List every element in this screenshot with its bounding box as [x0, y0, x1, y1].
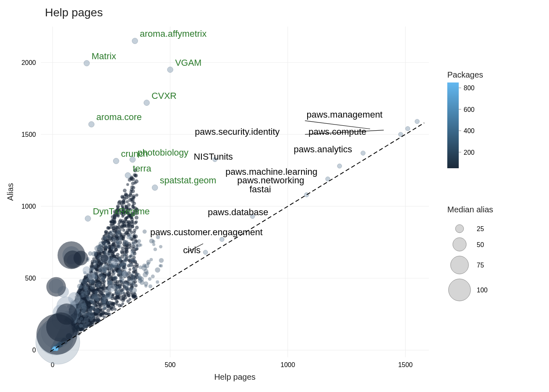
svg-point-3529	[46, 277, 66, 296]
svg-point-3396	[159, 245, 162, 248]
annotation-label: civis	[183, 245, 201, 255]
svg-text:Packages: Packages	[447, 70, 483, 79]
svg-point-3611	[203, 250, 208, 254]
svg-point-3165	[114, 302, 117, 305]
svg-point-1683	[131, 225, 134, 228]
svg-point-3064	[125, 216, 128, 219]
svg-point-3451	[84, 286, 89, 290]
svg-point-2031	[126, 200, 129, 203]
svg-point-3446	[102, 268, 107, 273]
svg-point-3303	[123, 254, 127, 257]
svg-point-3360	[100, 277, 105, 282]
svg-point-1712	[126, 183, 129, 186]
svg-point-3590	[54, 349, 56, 351]
svg-point-3599	[152, 185, 158, 190]
svg-point-3473	[136, 243, 141, 247]
svg-point-3332	[98, 272, 103, 276]
svg-point-3464	[88, 251, 92, 256]
svg-point-1087	[135, 194, 138, 197]
svg-point-3292	[148, 284, 152, 288]
legend-color-tick: 200	[464, 149, 475, 156]
svg-point-3410	[94, 290, 98, 294]
svg-point-3601	[415, 119, 420, 124]
svg-point-3479	[138, 278, 143, 283]
svg-point-3351	[145, 271, 149, 275]
svg-point-3349	[158, 264, 161, 267]
svg-point-3477	[102, 299, 106, 304]
svg-point-3608	[304, 193, 309, 197]
svg-point-3610	[220, 237, 224, 242]
svg-point-3175	[97, 261, 101, 265]
svg-point-3439	[154, 247, 157, 251]
svg-point-2103	[114, 308, 116, 311]
svg-point-3405	[103, 236, 107, 239]
svg-point-3528	[74, 251, 88, 265]
svg-point-3379	[148, 277, 152, 281]
svg-point-2729	[108, 227, 111, 229]
svg-point-3488	[94, 295, 100, 301]
svg-point-2669	[127, 194, 130, 198]
legend-size-item: 75	[477, 262, 484, 269]
y-tick: 2000	[21, 59, 36, 66]
svg-point-2919	[135, 263, 139, 267]
svg-point-3625	[449, 279, 471, 301]
svg-point-3469	[98, 269, 101, 272]
svg-point-3411	[128, 263, 133, 267]
svg-point-3412	[151, 274, 154, 278]
svg-point-3376	[103, 306, 106, 310]
svg-point-2178	[128, 227, 132, 231]
svg-point-3213	[123, 240, 129, 245]
legend-color-tick: 400	[464, 127, 475, 134]
svg-point-3449	[88, 308, 93, 313]
svg-point-3597	[113, 158, 119, 164]
annotation-label: paws.management	[307, 109, 383, 120]
svg-point-3506	[111, 258, 118, 265]
svg-point-1111	[133, 229, 136, 232]
svg-point-3491	[117, 270, 121, 274]
svg-point-3392	[111, 246, 115, 250]
legend-color: Packages200400600800	[447, 70, 483, 168]
annotation-label: paws.database	[208, 207, 268, 217]
svg-point-3394	[116, 244, 122, 249]
annotation-label: CVXR	[152, 91, 176, 101]
svg-point-3474	[86, 322, 89, 325]
svg-point-3414	[118, 237, 122, 241]
svg-point-3429	[105, 290, 109, 294]
svg-point-2924	[124, 194, 127, 196]
svg-point-3512	[108, 285, 115, 292]
svg-point-3400	[80, 294, 84, 298]
svg-point-3440	[130, 252, 135, 256]
y-axis-label: Alias	[6, 183, 15, 200]
y-tick: 0	[32, 347, 36, 354]
annotation-label: spatstat.geom	[160, 175, 216, 185]
svg-point-2973	[121, 196, 124, 199]
svg-point-3594	[144, 100, 150, 106]
svg-point-2406	[123, 189, 127, 192]
annotation-label: terra	[133, 163, 152, 174]
svg-point-1225	[126, 299, 129, 303]
svg-point-2496	[122, 224, 126, 227]
svg-point-3069	[134, 221, 137, 225]
svg-point-3128	[121, 251, 124, 255]
annotation-label: paws.customer.engagement	[150, 227, 263, 237]
svg-point-3143	[112, 224, 115, 227]
svg-point-3240	[107, 301, 110, 305]
svg-point-2743	[105, 312, 108, 316]
svg-point-2020	[131, 182, 135, 185]
svg-point-640	[129, 268, 132, 271]
svg-point-3458	[128, 287, 133, 292]
svg-point-3034	[120, 203, 123, 206]
svg-point-3323	[126, 235, 131, 240]
svg-point-3525	[56, 303, 77, 325]
svg-point-3361	[120, 263, 124, 267]
annotation-label: aroma.core	[96, 112, 142, 122]
svg-point-3014	[115, 226, 119, 230]
svg-point-3598	[125, 173, 131, 178]
svg-point-3385	[150, 258, 153, 261]
svg-point-3409	[159, 258, 164, 263]
svg-point-3347	[79, 324, 83, 327]
x-tick: 1500	[398, 361, 413, 368]
svg-point-2353	[100, 313, 104, 317]
x-tick: 1000	[281, 361, 295, 368]
svg-point-3455	[118, 285, 122, 290]
